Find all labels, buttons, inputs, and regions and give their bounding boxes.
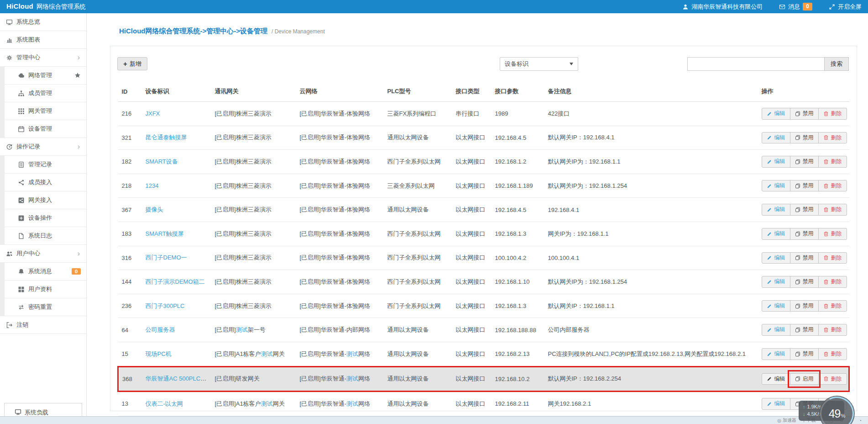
device-link[interactable]: 现场PC机: [146, 350, 172, 357]
edit-button[interactable]: 编辑: [762, 228, 790, 240]
cell-plc-model: 三菱全系列以太网: [384, 174, 452, 198]
sidebar-item-gateway-management[interactable]: 网关管理: [0, 102, 86, 120]
delete-button[interactable]: 删除: [818, 108, 847, 120]
sidebar-item-management-center[interactable]: 管理中心›: [0, 49, 86, 67]
cell-id: 321: [118, 126, 142, 150]
device-link[interactable]: 摄像头: [146, 206, 163, 213]
devices-table: ID设备标识通讯网关云网络PLC型号接口类型接口参数备注信息操作 216JXFX…: [117, 83, 850, 417]
device-link[interactable]: 公司服务器: [146, 326, 175, 333]
pencil-icon: [767, 327, 772, 333]
sidebar-item-network-management[interactable]: 网络管理: [0, 67, 86, 85]
edit-button[interactable]: 编辑: [762, 252, 790, 264]
disable-button[interactable]: 禁用: [790, 132, 819, 144]
edit-button[interactable]: 编辑: [762, 156, 790, 168]
cell-id: 367: [118, 198, 142, 222]
cell-cloud-network: [已启用]华辰智通-体验网络: [296, 222, 384, 246]
delete-button[interactable]: 删除: [818, 348, 847, 360]
disable-button[interactable]: 禁用: [790, 252, 819, 264]
delete-button[interactable]: 删除: [818, 276, 847, 288]
delete-button[interactable]: 删除: [818, 373, 847, 385]
edit-button[interactable]: 编辑: [762, 398, 790, 410]
search-button[interactable]: 搜索: [824, 57, 849, 71]
edit-button[interactable]: 编辑: [762, 204, 790, 216]
delete-button[interactable]: 删除: [818, 204, 847, 216]
sidebar-item-gateway-access[interactable]: 网关接入: [0, 191, 86, 209]
doc-icon: [18, 233, 25, 239]
company-name: 湖南华辰智通科技有限公司: [691, 3, 763, 11]
disable-button[interactable]: 禁用: [790, 300, 819, 312]
sidebar: 系统总览系统图表管理中心›网络管理成员管理网关管理设备管理操作记录›管理记录成员…: [0, 13, 87, 417]
sidebar-item-system-logs[interactable]: 系统日志: [0, 227, 86, 245]
edit-button[interactable]: 编辑: [762, 180, 790, 192]
cell-gateway: [已启用]研发网关: [211, 366, 296, 392]
device-link[interactable]: 西门子演示DEMO箱二: [146, 278, 205, 285]
delete-button[interactable]: 删除: [818, 300, 847, 312]
proxy-tool-icon[interactable]: ◔: [859, 418, 862, 423]
device-link[interactable]: 西门子300PLC: [146, 302, 185, 309]
disable-button[interactable]: 禁用: [790, 228, 819, 240]
delete-button[interactable]: 删除: [818, 324, 847, 336]
sidebar-menu: 系统总览系统图表管理中心›网络管理成员管理网关管理设备管理操作记录›管理记录成员…: [0, 13, 86, 334]
delete-button[interactable]: 删除: [818, 132, 847, 144]
disable-button[interactable]: 禁用: [790, 324, 819, 336]
edit-button[interactable]: 编辑: [762, 300, 790, 312]
cell-interface-param: 100.100.4.2: [492, 246, 544, 270]
cell-interface-type: 以太网接口: [452, 342, 492, 366]
disable-button[interactable]: 禁用: [790, 108, 819, 120]
history-icon: [6, 143, 13, 150]
device-link[interactable]: JXFX: [146, 110, 160, 117]
device-link[interactable]: SMART触摸屏: [146, 230, 184, 237]
device-link[interactable]: 1234: [146, 182, 159, 189]
accelerator-tool[interactable]: ◎ 加速器: [777, 417, 796, 424]
sidebar-item-management-records[interactable]: 管理记录: [0, 156, 86, 174]
sidebar-item-device-management[interactable]: 设备管理: [0, 120, 86, 138]
sidebar-item-operation-records[interactable]: 操作记录›: [0, 138, 86, 156]
sidebar-item-system-messages[interactable]: 系统消息0: [0, 263, 86, 281]
edit-button[interactable]: 编辑: [762, 348, 790, 360]
sidebar-item-logout[interactable]: 注销: [0, 316, 86, 334]
cell-remark: 默认网关IP：192.168.2.254: [544, 366, 758, 392]
sidebar-item-member-access[interactable]: 成员接入: [0, 174, 86, 191]
pencil-icon: [767, 231, 772, 237]
edit-button[interactable]: 编辑: [762, 108, 790, 120]
disable-button[interactable]: 禁用: [790, 276, 819, 288]
breadcrumb-path[interactable]: HiCloud网络综合管理系统->管理中心->设备管理: [119, 27, 267, 36]
delete-button[interactable]: 删除: [818, 228, 847, 240]
fullscreen-button[interactable]: 开启全屏: [829, 3, 862, 11]
disable-button[interactable]: 禁用: [790, 156, 819, 168]
device-link[interactable]: 昆仑通泰触摸屏: [146, 134, 187, 141]
cell-interface-type: 串行接口: [452, 102, 492, 126]
edit-button[interactable]: 编辑: [762, 132, 790, 144]
disable-button[interactable]: 禁用: [790, 204, 819, 216]
delete-button[interactable]: 删除: [818, 156, 847, 168]
sidebar-item-member-management[interactable]: 成员管理: [0, 85, 86, 102]
cell-cloud-network: [已启用]华辰智通-体验网络: [296, 294, 384, 318]
delete-button[interactable]: 删除: [818, 180, 847, 192]
delete-button[interactable]: 删除: [818, 252, 847, 264]
messages-menu[interactable]: 消息 0: [779, 3, 812, 11]
device-link[interactable]: 西门子DEMO一: [146, 254, 187, 261]
company-menu[interactable]: 湖南华辰智通科技有限公司: [682, 3, 763, 11]
disable-button[interactable]: 禁用: [790, 348, 819, 360]
sidebar-item-system-overview[interactable]: 系统总览: [0, 13, 86, 31]
sidebar-item-user-profile[interactable]: 用户资料: [0, 281, 86, 298]
device-link[interactable]: 华辰智通AC 500PLC001: [146, 375, 210, 382]
cell-device-name: 西门子DEMO一: [142, 246, 211, 270]
enable-button[interactable]: 启用: [790, 373, 819, 385]
search-group: 搜索: [687, 57, 849, 71]
edit-button[interactable]: 编辑: [762, 276, 790, 288]
filter-dropdown[interactable]: 设备标识: [500, 57, 578, 71]
device-link[interactable]: 仪表二-以太网: [146, 400, 183, 407]
cell-gateway: [已启用]株洲三菱演示: [211, 126, 296, 150]
sidebar-item-password-reset[interactable]: 密码重置: [0, 298, 86, 316]
disable-button[interactable]: 禁用: [790, 180, 819, 192]
cell-actions: 编辑禁用删除: [758, 126, 849, 150]
device-link[interactable]: SMART设备: [146, 158, 178, 165]
edit-button[interactable]: 编辑: [762, 373, 790, 385]
search-input[interactable]: [687, 57, 824, 71]
edit-button[interactable]: 编辑: [762, 324, 790, 336]
sidebar-item-system-charts[interactable]: 系统图表: [0, 31, 86, 49]
sidebar-item-user-center[interactable]: 用户中心›: [0, 245, 86, 263]
add-device-button[interactable]: + 新增: [117, 57, 147, 70]
sidebar-item-device-operations[interactable]: 设备操作: [0, 209, 86, 227]
